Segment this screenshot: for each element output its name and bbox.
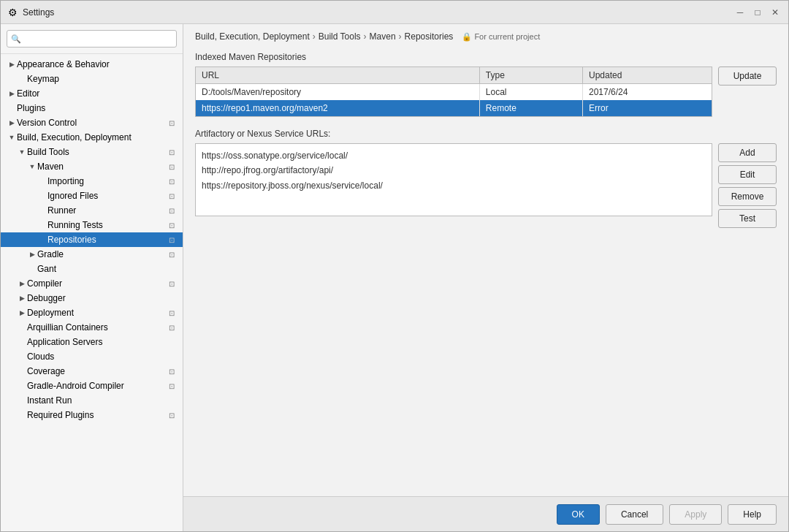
sidebar-item-deployment[interactable]: ▶ Deployment ⊡ [1,305,183,320]
sidebar-item-appearance[interactable]: ▶ Appearance & Behavior [1,57,183,72]
breadcrumb-note: 🔒 For current project [462,32,540,42]
maximize-button[interactable]: □ [750,5,765,20]
arrow-icon: ▶ [7,88,17,99]
repo-table: URL Type Updated D:/tools/Maven/reposito… [196,67,712,116]
settings-window: ⚙ Settings ─ □ ✕ 🔍 ▶ Appearance & Behavi… [0,0,789,532]
help-button[interactable]: Help [728,504,777,525]
sidebar-item-keymap[interactable]: Keymap [1,72,183,86]
sidebar-item-required-plugins[interactable]: Required Plugins ⊡ [1,408,183,422]
col-url-header: URL [196,67,479,84]
sidebar-item-arquillian[interactable]: Arquillian Containers ⊡ [1,320,183,335]
sidebar: 🔍 ▶ Appearance & Behavior Keymap ▶ [1,24,183,531]
arrow-spacer [17,74,27,84]
test-button[interactable]: Test [718,209,777,228]
sidebar-item-build-exec-deploy[interactable]: ▼ Build, Execution, Deployment [1,130,183,145]
arrow-spacer [17,352,27,362]
minimize-button[interactable]: ─ [733,5,747,20]
sidebar-item-label: Build, Execution, Deployment [17,132,177,142]
sync-icon: ⊡ [167,410,177,420]
table-row[interactable]: https://repo1.maven.org/maven2 Remote Er… [196,100,712,116]
note-icon: 🔒 [462,32,472,41]
sidebar-item-gradle-android[interactable]: Gradle-Android Compiler ⊡ [1,379,183,393]
arrow-spacer [17,322,27,332]
sidebar-item-label: Maven [37,162,167,172]
service-with-buttons: https://oss.sonatype.org/service/local/ … [195,143,777,228]
service-url-3: https://repository.jboss.org/nexus/servi… [202,178,706,193]
breadcrumb-sep-1: › [313,31,316,42]
arrow-icon: ▶ [17,293,27,303]
arrow-spacer [17,381,27,391]
arrow-spacer [17,337,27,347]
cancel-button[interactable]: Cancel [606,504,663,525]
sidebar-item-label: Running Tests [47,220,167,230]
arrow-icon: ▼ [27,162,37,172]
main-content: Indexed Maven Repositories URL Type Up [183,46,788,496]
arrow-spacer [37,176,47,186]
sidebar-item-label: Version Control [17,118,167,128]
sidebar-item-label: Gradle-Android Compiler [27,381,167,391]
sidebar-item-label: Application Servers [27,337,177,347]
arrow-icon: ▶ [7,118,17,128]
row-updated: 2017/6/24 [582,84,712,101]
sidebar-item-label: Editor [17,88,177,99]
sidebar-item-label: Required Plugins [27,410,167,420]
sidebar-item-label: Plugins [17,103,177,113]
window-controls: ─ □ ✕ [733,5,782,20]
section-title-repositories: Indexed Maven Repositories [195,52,777,62]
breadcrumb-part-4: Repositories [405,31,454,42]
sidebar-item-gant[interactable]: Gant [1,262,183,276]
sidebar-item-app-servers[interactable]: Application Servers [1,335,183,349]
sidebar-item-version-control[interactable]: ▶ Version Control ⊡ [1,115,183,130]
sidebar-item-label: Instant Run [27,395,177,406]
arrow-spacer [27,264,37,274]
sidebar-item-plugins[interactable]: Plugins [1,101,183,115]
search-input[interactable] [7,30,177,48]
repo-with-buttons: URL Type Updated D:/tools/Maven/reposito… [195,66,777,117]
row-url: D:/tools/Maven/repository [196,84,479,101]
sidebar-item-ignored-files[interactable]: Ignored Files ⊡ [1,189,183,203]
arrow-icon: ▶ [7,59,17,69]
update-button[interactable]: Update [718,66,777,86]
row-type: Local [479,84,582,101]
arrow-icon: ▶ [17,278,27,289]
close-button[interactable]: ✕ [768,5,782,20]
sidebar-item-importing[interactable]: Importing ⊡ [1,174,183,189]
search-icon: 🔍 [11,34,21,44]
repo-table-wrapper: URL Type Updated D:/tools/Maven/reposito… [195,66,712,117]
sidebar-item-instant-run[interactable]: Instant Run [1,393,183,408]
sidebar-item-build-tools[interactable]: ▼ Build Tools ⊡ [1,145,183,159]
sidebar-item-compiler[interactable]: ▶ Compiler ⊡ [1,276,183,291]
sidebar-item-debugger[interactable]: ▶ Debugger [1,291,183,305]
arrow-icon: ▼ [7,132,17,142]
title-bar: ⚙ Settings ─ □ ✕ [1,1,788,24]
row-url: https://repo1.maven.org/maven2 [196,100,479,116]
table-row[interactable]: D:/tools/Maven/repository Local 2017/6/2… [196,84,712,101]
sidebar-item-label: Gant [37,264,177,274]
arrow-spacer [37,235,47,245]
main-panel: Build, Execution, Deployment › Build Too… [183,24,788,531]
sync-icon: ⊡ [167,162,177,172]
add-button[interactable]: Add [718,143,777,162]
sidebar-item-clouds[interactable]: Clouds [1,349,183,364]
arrow-spacer [37,220,47,230]
sidebar-item-running-tests[interactable]: Running Tests ⊡ [1,218,183,232]
sidebar-item-editor[interactable]: ▶ Editor [1,86,183,101]
row-updated: Error [582,100,712,116]
sync-icon: ⊡ [167,176,177,186]
remove-button[interactable]: Remove [718,187,777,206]
sidebar-item-repositories[interactable]: Repositories ⊡ [1,232,183,247]
sidebar-item-label: Clouds [27,352,177,362]
sync-icon: ⊡ [167,381,177,391]
sidebar-item-gradle[interactable]: ▶ Gradle ⊡ [1,247,183,262]
sync-icon: ⊡ [167,235,177,245]
ok-button[interactable]: OK [557,504,600,525]
sidebar-item-runner[interactable]: Runner ⊡ [1,203,183,218]
edit-button[interactable]: Edit [718,165,777,184]
sync-icon: ⊡ [167,249,177,259]
bottom-bar: OK Cancel Apply Help [183,496,788,531]
sidebar-item-coverage[interactable]: Coverage ⊡ [1,364,183,379]
repositories-section: Indexed Maven Repositories URL Type Up [195,52,777,117]
service-label: Artifactory or Nexus Service URLs: [195,129,777,139]
sidebar-item-maven[interactable]: ▼ Maven ⊡ [1,159,183,174]
apply-button[interactable]: Apply [669,504,722,525]
